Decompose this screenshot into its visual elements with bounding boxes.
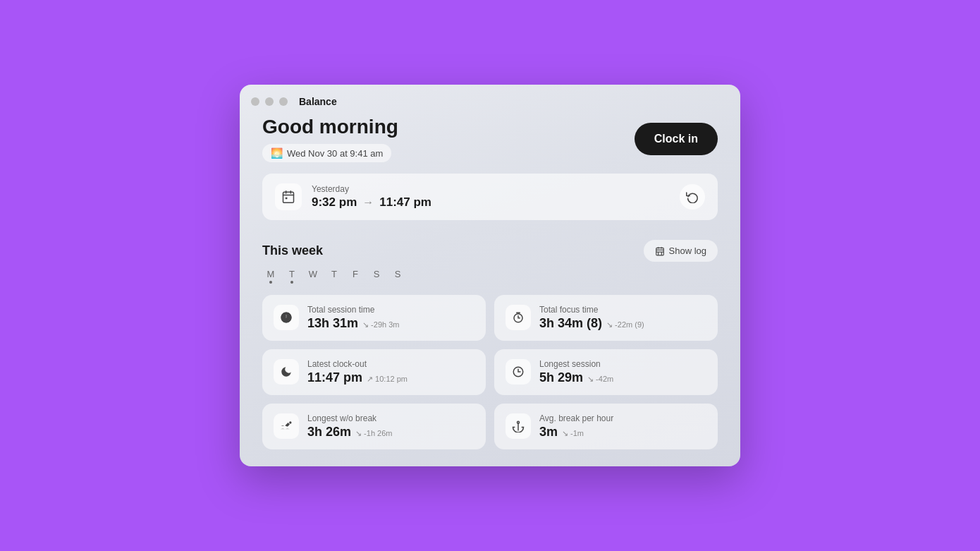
days-row: M T W T F S S [262,269,718,284]
clock-fill-icon [280,311,293,324]
calendar-icon [281,190,295,204]
datetime-badge: 🌅 Wed Nov 30 at 9:41 am [262,144,391,162]
stat-card-longest: Longest session 5h 29m ↘ -42m [494,349,718,395]
focus-content: Total focus time 3h 34m (8) ↘ -22m (9) [539,305,644,331]
clockout-label: Latest clock-out [307,359,408,369]
clockout-content: Latest clock-out 11:47 pm ↗ 10:12 pm [307,359,408,385]
day-W: W [305,269,321,284]
svg-rect-4 [286,198,288,200]
yesterday-label: Yesterday [312,184,431,194]
nobreak-icon-box [274,413,299,439]
longest-value-row: 5h 29m ↘ -42m [539,370,613,385]
day-T1-dot [290,281,293,284]
focus-value: 3h 34m (8) [539,316,602,331]
repeat-icon [686,190,699,203]
yesterday-end: 11:47 pm [379,195,431,210]
sunrise-icon: 🌅 [271,147,283,159]
stat-card-nobreak: Longest w/o break 3h 26m ↘ -1h 26m [262,404,486,449]
repeat-button[interactable] [680,184,705,210]
anchor-icon [512,420,525,432]
greeting-section: Good morning 🌅 Wed Nov 30 at 9:41 am Clo… [262,116,718,162]
traffic-light-yellow[interactable] [265,97,274,106]
week-section: This week Show log M [262,240,718,449]
focus-icon-box [506,305,531,330]
week-header: This week Show log [262,240,718,262]
show-log-label: Show log [669,246,706,256]
yesterday-times: 9:32 pm → 11:47 pm [312,195,431,210]
session-icon-box [274,305,299,330]
traffic-light-red[interactable] [251,97,259,106]
session-value: 13h 31m [307,316,358,331]
calendar-grid-icon [655,246,665,256]
day-S1: S [368,269,385,284]
focus-label: Total focus time [539,305,644,315]
longest-value: 5h 29m [539,370,583,385]
session-delta: ↘ -29h 3m [362,320,399,329]
week-title: This week [262,243,323,258]
avgbreak-delta: ↘ -1m [562,429,584,438]
traffic-light-green[interactable] [279,97,288,106]
stat-card-focus: Total focus time 3h 34m (8) ↘ -22m (9) [494,295,718,341]
focus-value-row: 3h 34m (8) ↘ -22m (9) [539,316,644,331]
titlebar: Balance [240,85,740,116]
clockout-value: 11:47 pm [307,370,362,385]
avgbreak-value-row: 3m ↘ -1m [539,425,613,440]
day-M-dot [269,281,272,284]
arrow-icon: → [362,196,374,209]
day-M: M [262,269,279,284]
day-T2: T [326,269,343,284]
clockout-value-row: 11:47 pm ↗ 10:12 pm [307,370,408,385]
nobreak-label: Longest w/o break [307,413,392,423]
session-label: Total session time [307,305,399,315]
app-window: Balance Good morning 🌅 Wed Nov 30 at 9:4… [240,85,740,466]
main-content: Good morning 🌅 Wed Nov 30 at 9:41 am Clo… [240,116,740,449]
avgbreak-value: 3m [539,425,558,440]
day-S2: S [389,269,406,284]
day-T1: T [283,269,300,284]
avgbreak-content: Avg. break per hour 3m ↘ -1m [539,413,613,440]
longest-icon-box [506,359,531,385]
stat-card-avgbreak: Avg. break per hour 3m ↘ -1m [494,404,718,449]
datetime-text: Wed Nov 30 at 9:41 am [287,148,383,159]
yesterday-start: 9:32 pm [312,195,357,210]
stat-card-clockout: Latest clock-out 11:47 pm ↗ 10:12 pm [262,349,486,395]
svg-point-15 [289,421,291,423]
session-value-row: 13h 31m ↘ -29h 3m [307,316,399,331]
yesterday-card: Yesterday 9:32 pm → 11:47 pm [262,174,718,220]
clockout-delta: ↗ 10:12 pm [367,375,408,384]
longest-content: Longest session 5h 29m ↘ -42m [539,359,613,385]
app-title: Balance [299,96,337,107]
avgbreak-icon-box [506,413,531,439]
clock2-icon [512,365,525,378]
stat-card-session: Total session time 13h 31m ↘ -29h 3m [262,295,486,341]
nobreak-value-row: 3h 26m ↘ -1h 26m [307,425,392,440]
svg-rect-0 [283,192,294,202]
yesterday-info: Yesterday 9:32 pm → 11:47 pm [312,184,431,210]
focus-delta: ↘ -22m (9) [606,320,644,329]
nobreak-value: 3h 26m [307,425,351,440]
stats-grid: Total session time 13h 31m ↘ -29h 3m [262,295,718,449]
swim-icon [279,419,293,433]
show-log-button[interactable]: Show log [644,240,718,262]
nobreak-content: Longest w/o break 3h 26m ↘ -1h 26m [307,413,392,440]
session-content: Total session time 13h 31m ↘ -29h 3m [307,305,399,331]
timer-icon [512,311,525,324]
longest-label: Longest session [539,359,613,369]
clockout-icon-box [274,359,299,385]
day-F: F [347,269,364,284]
longest-delta: ↘ -42m [587,375,613,384]
greeting-text: Good morning [262,116,398,138]
nobreak-delta: ↘ -1h 26m [355,429,392,438]
greeting-left: Good morning 🌅 Wed Nov 30 at 9:41 am [262,116,398,162]
moon-icon [280,365,293,378]
yesterday-card-left: Yesterday 9:32 pm → 11:47 pm [275,183,431,210]
clock-in-button[interactable]: Clock in [635,123,718,155]
calendar-icon-box [275,183,302,210]
avgbreak-label: Avg. break per hour [539,413,613,423]
